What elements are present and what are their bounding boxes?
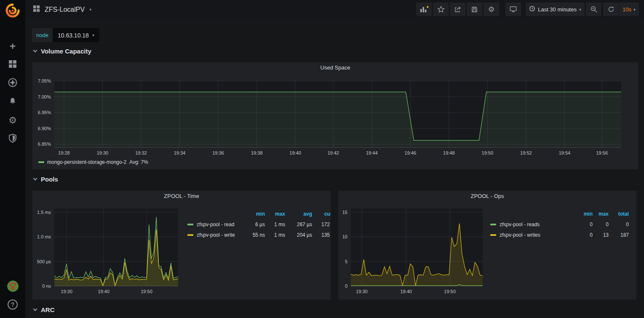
svg-text:19:36: 19:36 [212, 150, 224, 155]
sidebar-item-alerting[interactable] [0, 93, 25, 111]
svg-text:19:50: 19:50 [141, 289, 152, 294]
refresh-button[interactable] [603, 3, 619, 16]
caret-down-icon: ▾ [89, 7, 91, 12]
top-navbar: ZFS-LocalPV ▾ [25, 0, 644, 19]
svg-text:5: 5 [345, 259, 347, 264]
refresh-interval-picker[interactable]: 10s ▾ [619, 3, 639, 16]
svg-text:1.5 ms: 1.5 ms [37, 210, 51, 215]
dashboard-grid-icon [33, 5, 40, 14]
time-range-label: Last 30 minutes [538, 6, 577, 13]
value-min: 0 [569, 222, 593, 227]
star-dashboard-button[interactable] [433, 3, 449, 16]
legend-col-min[interactable]: min [569, 211, 593, 217]
legend-col-min[interactable]: min [241, 211, 265, 217]
section-volume-capacity[interactable]: Volume Capacity [34, 48, 91, 55]
svg-text:1.0 ms: 1.0 ms [37, 234, 51, 239]
sidebar-item-create[interactable]: + [0, 37, 25, 56]
legend-header-row: min max avg current [187, 208, 331, 219]
svg-text:6.85%: 6.85% [38, 142, 51, 147]
zpool-ops-chart[interactable]: 19:3019:4019:50051015 [340, 203, 486, 299]
panel-title-zpool-time[interactable]: ZPOOL - Time [32, 193, 331, 199]
zpool-ops-legend: min max total zfspv-pool - reads 0 0 0 [490, 208, 636, 243]
user-avatar[interactable] [0, 277, 25, 295]
svg-text:19:34: 19:34 [174, 150, 186, 155]
legend-col-max[interactable]: max [593, 211, 609, 217]
legend-col-avg[interactable]: avg [285, 211, 312, 217]
caret-down-icon: ▾ [579, 7, 581, 12]
svg-text:500 µs: 500 µs [37, 259, 51, 264]
legend-row-writes: zfspv-pool - writes 0 13 187 [490, 230, 636, 240]
chevron-down-icon [33, 307, 37, 311]
save-dashboard-button[interactable] [467, 3, 482, 16]
panel-zpool-time: ZPOOL - Time 19:3019:4019:500 ns500 µs1.… [32, 190, 331, 300]
dashboard-title-button[interactable]: ZFS-LocalPV ▾ [25, 5, 91, 14]
series-swatch[interactable] [187, 224, 193, 225]
series-swatch[interactable] [38, 161, 44, 163]
panel-title-zpool-ops[interactable]: ZPOOL - Ops [338, 193, 636, 199]
svg-text:10: 10 [342, 234, 347, 239]
svg-text:19:46: 19:46 [405, 150, 417, 155]
used-space-legend: mongo-persistent-storage-mongo-2 Avg: 7% [38, 159, 148, 165]
zpool-time-legend: min max avg current zfspv-pool - read 6 … [187, 208, 331, 243]
time-range-picker[interactable]: Last 30 minutes ▾ [526, 3, 585, 16]
sidebar-item-dashboards[interactable] [0, 56, 25, 74]
value-total: 0 [609, 222, 629, 227]
sidebar-item-server-admin[interactable] [0, 130, 25, 148]
series-avg-value: Avg: 7% [129, 159, 148, 165]
value-max: 0 [593, 222, 609, 227]
zoom-out-button[interactable] [586, 3, 601, 16]
svg-text:19:38: 19:38 [251, 150, 263, 155]
shield-icon [8, 134, 17, 144]
share-dashboard-button[interactable] [450, 3, 465, 16]
sidebar-menu: + [0, 37, 25, 148]
legend-col-max[interactable]: max [265, 211, 285, 217]
series-name[interactable]: zfspv-pool - read [197, 222, 234, 227]
section-arc[interactable]: ARC [34, 306, 55, 313]
series-swatch[interactable] [490, 224, 496, 225]
series-name[interactable]: zfspv-pool - write [197, 232, 235, 238]
section-pools[interactable]: Pools [34, 176, 58, 183]
series-swatch[interactable] [187, 234, 193, 236]
zpool-time-chart[interactable]: 19:3019:4019:500 ns500 µs1.0 ms1.5 ms [34, 203, 181, 299]
gear-icon: ⚙ [488, 6, 494, 13]
series-name[interactable]: mongo-persistent-storage-mongo-2 [47, 159, 126, 165]
cycle-view-mode-button[interactable] [505, 3, 521, 16]
panel-title-used-space[interactable]: Used Space [32, 64, 638, 71]
value-current: 135 [312, 232, 330, 238]
caret-down-icon: ▾ [92, 33, 94, 37]
plus-icon: + [10, 41, 16, 51]
add-panel-button[interactable] [416, 3, 432, 16]
node-variable-value: 10.63.10.18 [58, 32, 89, 39]
navbar-actions: ⚙ Last 30 minutes ▾ [415, 3, 639, 16]
series-swatch[interactable] [490, 234, 496, 236]
value-max: 13 [593, 232, 609, 238]
series-name[interactable]: zfspv-pool - writes [500, 232, 540, 238]
sidebar-item-configuration[interactable]: ⚙ [0, 111, 25, 130]
grafana-dashboard: + [0, 0, 644, 318]
panel-used-space: Used Space 19:2819:3019:3219:3419:3619:3… [32, 62, 639, 170]
svg-text:19:30: 19:30 [97, 150, 109, 155]
grafana-logo-icon[interactable] [5, 3, 20, 18]
legend-header-row: min max total [490, 208, 636, 219]
avatar-image [7, 281, 19, 292]
svg-text:7.00%: 7.00% [38, 94, 51, 99]
used-space-chart[interactable]: 19:2819:3019:3219:3419:3619:3819:4019:42… [35, 76, 636, 158]
svg-text:15: 15 [342, 210, 347, 215]
help-button[interactable]: ? [0, 295, 25, 314]
svg-text:19:54: 19:54 [559, 150, 571, 155]
svg-text:7.05%: 7.05% [38, 78, 51, 83]
node-variable-dropdown[interactable]: node 10.63.10.18 ▾ [32, 28, 99, 42]
sidebar-item-explore[interactable] [0, 74, 25, 93]
legend-col-total[interactable]: total [609, 211, 629, 217]
legend-col-current[interactable]: current [312, 211, 331, 217]
caret-down-icon: ▾ [633, 7, 636, 12]
compass-icon [8, 78, 17, 89]
refresh-interval-label: 10s [623, 6, 631, 13]
series-name[interactable]: zfspv-pool - reads [500, 222, 540, 227]
svg-text:19:40: 19:40 [400, 289, 412, 294]
legend-row-reads: zfspv-pool - reads 0 0 0 [490, 219, 636, 230]
dashboard-settings-button[interactable]: ⚙ [484, 3, 499, 16]
panel-zpool-ops: ZPOOL - Ops 19:3019:4019:50051015 min ma… [338, 190, 637, 300]
svg-text:19:40: 19:40 [98, 289, 110, 294]
dashboards-grid-icon [8, 60, 17, 70]
